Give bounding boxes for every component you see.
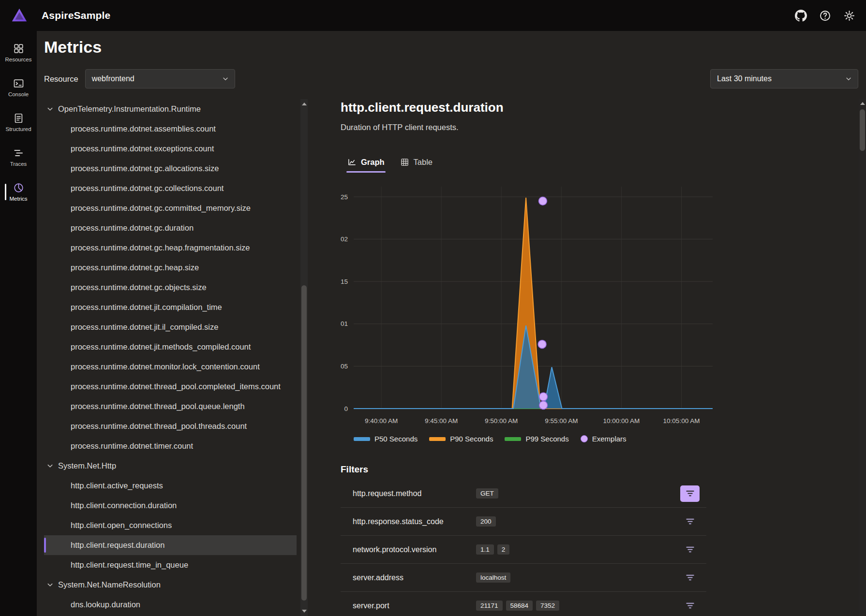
tree-item[interactable]: http.client.request.duration xyxy=(44,535,297,555)
legend-swatch xyxy=(354,437,370,441)
scroll-up-icon[interactable] xyxy=(300,100,308,108)
tree-item-label: dns.lookup.duration xyxy=(71,600,140,609)
pane-scrollbar[interactable] xyxy=(859,99,866,616)
tree-item-label: http.client.request.duration xyxy=(71,541,164,550)
filter-button[interactable] xyxy=(680,485,700,502)
filter-value-badge: 21171 xyxy=(476,601,503,611)
tree-item[interactable]: process.runtime.dotnet.gc.duration xyxy=(44,218,297,238)
filters-title: Filters xyxy=(341,464,866,475)
tree-item-label: process.runtime.dotnet.gc.objects.size xyxy=(71,283,207,292)
metrics-icon xyxy=(13,182,24,193)
tree-item[interactable]: http.client.active_requests xyxy=(44,476,297,496)
tree-item-label: process.runtime.dotnet.monitor.lock_cont… xyxy=(71,362,260,371)
legend-swatch xyxy=(505,437,521,441)
time-range-select[interactable]: Last 30 minutes xyxy=(710,69,858,88)
filter-name: server.port xyxy=(353,601,476,610)
sidebar-item-console[interactable]: Console xyxy=(0,70,37,105)
filter-values: localhost xyxy=(476,572,510,583)
chevron-down-icon xyxy=(46,105,54,113)
filter-button[interactable] xyxy=(680,542,700,558)
tree-item[interactable]: process.runtime.dotnet.jit.compilation_t… xyxy=(44,297,297,317)
tree-item[interactable]: process.runtime.dotnet.jit.il_compiled.s… xyxy=(44,317,297,337)
tree-item[interactable]: process.runtime.dotnet.monitor.lock_cont… xyxy=(44,357,297,377)
tree-item[interactable]: process.runtime.dotnet.thread_pool.compl… xyxy=(44,377,297,396)
filter-row: http.request.method GET xyxy=(341,480,706,508)
sidebar-item-structured[interactable]: Structured xyxy=(0,105,37,140)
tree-item[interactable]: process.runtime.dotnet.timer.count xyxy=(44,436,297,456)
filters-rows: http.request.method GET http.response.st… xyxy=(341,480,706,616)
filter-button[interactable] xyxy=(680,598,700,614)
svg-text:0: 0 xyxy=(344,405,348,412)
tree-item[interactable]: process.runtime.dotnet.gc.heap.size xyxy=(44,258,297,278)
tree-item[interactable]: process.runtime.dotnet.assemblies.count xyxy=(44,119,297,139)
filter-value-badge: localhost xyxy=(476,572,510,583)
filter-button[interactable] xyxy=(680,570,700,586)
filter-icon xyxy=(685,516,695,527)
resource-select[interactable]: webfrontend xyxy=(85,69,235,88)
legend-item: P50 Seconds xyxy=(354,435,418,443)
filter-button[interactable] xyxy=(680,513,700,530)
resource-label: Resource xyxy=(44,74,78,84)
active-indicator xyxy=(5,184,6,200)
tree-item-label: process.runtime.dotnet.gc.collections.co… xyxy=(71,184,224,193)
tree-item-label: process.runtime.dotnet.exceptions.count xyxy=(71,144,214,153)
legend-label: P90 Seconds xyxy=(450,435,493,443)
tree-item[interactable]: http.client.request.time_in_queue xyxy=(44,555,297,575)
svg-text:0.01: 0.01 xyxy=(341,320,348,327)
svg-text:9:45:00 AM: 9:45:00 AM xyxy=(425,417,458,425)
chevron-down-icon xyxy=(46,462,54,469)
settings-icon xyxy=(843,10,855,22)
scroll-down-icon[interactable] xyxy=(300,607,308,615)
tree-item[interactable]: process.runtime.dotnet.gc.committed_memo… xyxy=(44,198,297,218)
legend-item: P90 Seconds xyxy=(429,435,493,443)
scrollbar-thumb[interactable] xyxy=(301,285,307,601)
sidebar-item-traces[interactable]: Traces xyxy=(0,140,37,175)
tree-item[interactable]: dns.lookup.duration xyxy=(44,595,297,615)
traces-icon xyxy=(13,147,24,159)
tab-table[interactable]: Table xyxy=(399,151,433,173)
filter-value-badge: 58684 xyxy=(506,601,533,611)
sidebar-item-resources[interactable]: Resources xyxy=(0,35,37,70)
metrics-tree: OpenTelemetry.Instrumentation.Runtimepro… xyxy=(44,99,297,616)
legend-label: Exemplars xyxy=(592,435,627,443)
svg-text:0.015: 0.015 xyxy=(341,278,348,285)
tree-item[interactable]: process.runtime.dotnet.gc.collections.co… xyxy=(44,178,297,198)
tree-scrollbar[interactable] xyxy=(300,99,308,616)
settings-button[interactable] xyxy=(842,8,856,23)
time-range-value: Last 30 minutes xyxy=(717,74,772,83)
filter-icon xyxy=(685,572,695,583)
tree-item[interactable]: process.runtime.dotnet.gc.allocations.si… xyxy=(44,159,297,178)
tree-item[interactable]: process.runtime.dotnet.thread_pool.threa… xyxy=(44,416,297,436)
tree-item[interactable]: process.runtime.dotnet.gc.heap.fragmenta… xyxy=(44,238,297,258)
tree-item[interactable]: process.runtime.dotnet.gc.objects.size xyxy=(44,278,297,297)
tree-group-label: System.Net.NameResolution xyxy=(58,580,161,589)
tree-item-label: http.client.active_requests xyxy=(71,481,163,490)
tree-group[interactable]: OpenTelemetry.Instrumentation.Runtime xyxy=(44,99,297,119)
scroll-up-icon[interactable] xyxy=(859,100,866,107)
table-tab-icon xyxy=(400,158,409,167)
filter-icon xyxy=(685,488,695,499)
tree-item-label: process.runtime.dotnet.timer.count xyxy=(71,441,193,451)
scrollbar-thumb[interactable] xyxy=(860,109,865,151)
filter-row: server.address localhost xyxy=(341,564,706,592)
help-button[interactable] xyxy=(818,8,832,23)
svg-text:0.025: 0.025 xyxy=(341,193,348,201)
toolbar: Resource webfrontend Last 30 minutes xyxy=(44,69,866,88)
legend-swatch xyxy=(429,437,446,441)
tree-item[interactable]: process.runtime.dotnet.jit.methods_compi… xyxy=(44,337,297,357)
tree-group-label: System.Net.Http xyxy=(58,461,116,470)
tree-item[interactable]: process.runtime.dotnet.thread_pool.queue… xyxy=(44,396,297,416)
chevron-down-icon xyxy=(46,581,54,588)
tab-graph[interactable]: Graph xyxy=(346,151,386,173)
filter-row: http.response.status_code 200 xyxy=(341,508,706,536)
tree-item[interactable]: process.runtime.dotnet.exceptions.count xyxy=(44,139,297,159)
svg-text:10:05:00 AM: 10:05:00 AM xyxy=(663,417,700,425)
github-button[interactable] xyxy=(793,8,808,23)
tree-group[interactable]: System.Net.NameResolution xyxy=(44,575,297,595)
tree-item[interactable]: http.client.connection.duration xyxy=(44,496,297,515)
tree-group[interactable]: System.Net.Http xyxy=(44,456,297,476)
tree-item[interactable]: http.client.open_connections xyxy=(44,515,297,535)
aspire-logo-icon xyxy=(10,6,29,25)
sidebar-item-metrics[interactable]: Metrics xyxy=(0,175,37,209)
tree-item-label: process.runtime.dotnet.jit.compilation_t… xyxy=(71,303,222,312)
